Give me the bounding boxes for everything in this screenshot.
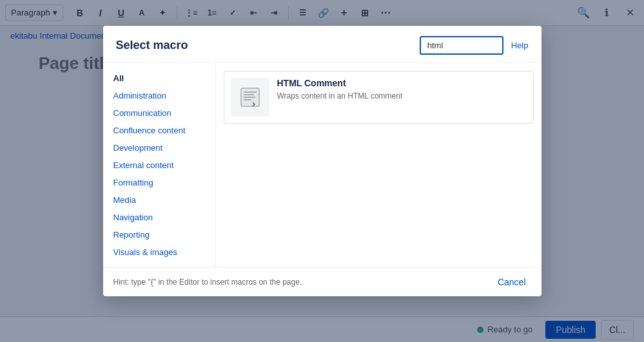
macro-search-input[interactable] [420,36,503,55]
sidebar-item-all[interactable]: All [103,70,215,87]
modal-body: All Administration Communication Conflue… [103,63,542,267]
sidebar-item-confluence-content[interactable]: Confluence content [103,122,215,139]
help-link[interactable]: Help [511,41,529,50]
html-comment-icon [231,78,269,117]
modal-footer: Hint: type "{" in the Editor to insert m… [103,267,542,296]
modal-overlay: Select macro Help All Administration [0,0,644,342]
macro-category-sidebar: All Administration Communication Conflue… [103,63,216,267]
sidebar-item-navigation[interactable]: Navigation [103,209,215,226]
sidebar-item-administration[interactable]: Administration [103,87,215,104]
modal-search-wrap: Help [420,36,529,55]
sidebar-item-visuals-images[interactable]: Visuals & images [103,243,215,261]
modal-header: Select macro Help [103,26,542,63]
hint-text: Hint: type "{" in the Editor to insert m… [113,278,302,287]
select-macro-dialog: Select macro Help All Administration [103,26,542,296]
sidebar-item-communication[interactable]: Communication [103,104,215,122]
cancel-button[interactable]: Cancel [493,274,531,290]
macro-name: HTML Comment [277,78,527,88]
macro-info: HTML Comment Wraps content in an HTML co… [277,78,527,102]
modal-title: Select macro [116,39,188,52]
macro-list: HTML Comment Wraps content in an HTML co… [216,63,542,267]
sidebar-item-reporting[interactable]: Reporting [103,226,215,243]
sidebar-item-media[interactable]: Media [103,191,215,209]
sidebar-item-formatting[interactable]: Formatting [103,174,215,191]
editor-background: Paragraph ▾ B I U A ✦ ⋮≡ 1≡ ✓ ⇤ ⇥ ☰ 🔗 + … [0,0,644,342]
macro-description: Wraps content in an HTML comment [277,91,527,102]
sidebar-item-development[interactable]: Development [103,139,215,157]
sidebar-item-external-content[interactable]: External content [103,157,215,174]
macro-card-html-comment[interactable]: HTML Comment Wraps content in an HTML co… [224,71,534,124]
